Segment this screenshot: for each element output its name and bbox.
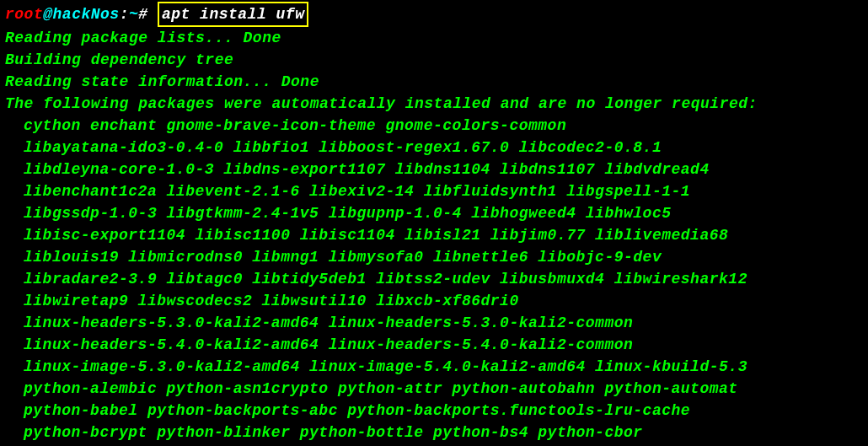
package-line: cython enchant gnome-brave-icon-theme gn… bbox=[5, 115, 863, 137]
command-text: apt install ufw bbox=[162, 6, 305, 23]
package-line: linux-headers-5.3.0-kali2-amd64 linux-he… bbox=[5, 312, 863, 334]
output-line: The following packages were automaticall… bbox=[5, 93, 863, 115]
package-line: python-bcrypt python-blinker python-bott… bbox=[5, 422, 863, 443]
package-line: libenchant1c2a libevent-2.1-6 libexiv2-1… bbox=[5, 180, 863, 202]
package-line: liblouis19 libmicrodns0 libmng1 libmysof… bbox=[5, 246, 863, 268]
prompt-space bbox=[148, 6, 158, 23]
package-line: python-alembic python-asn1crypto python-… bbox=[5, 378, 863, 400]
terminal-prompt-line[interactable]: root@hackNos:~# apt install ufw bbox=[5, 2, 863, 27]
prompt-user: root bbox=[5, 6, 43, 23]
package-line: libayatana-ido3-0.4-0 libbfio1 libboost-… bbox=[5, 137, 863, 159]
package-line: libradare2-3.9 libtagc0 libtidy5deb1 lib… bbox=[5, 268, 863, 290]
package-line: libdleyna-core-1.0-3 libdns-export1107 l… bbox=[5, 159, 863, 180]
prompt-path: ~ bbox=[129, 6, 138, 23]
prompt-at: @ bbox=[43, 6, 52, 23]
package-line: linux-image-5.3.0-kali2-amd64 linux-imag… bbox=[5, 356, 863, 378]
output-line: Reading state information... Done bbox=[5, 71, 863, 93]
output-line: Building dependency tree bbox=[5, 49, 863, 71]
package-line: python-babel python-backports-abc python… bbox=[5, 400, 863, 422]
package-line: linux-headers-5.4.0-kali2-amd64 linux-he… bbox=[5, 334, 863, 356]
prompt-host: hackNos bbox=[53, 6, 120, 23]
prompt-hash: # bbox=[138, 6, 147, 23]
package-line: libisc-export1104 libisc1100 libisc1104 … bbox=[5, 224, 863, 246]
output-line: Reading package lists... Done bbox=[5, 27, 863, 49]
package-line: libgssdp-1.0-3 libgtkmm-2.4-1v5 libgupnp… bbox=[5, 202, 863, 224]
prompt-colon: : bbox=[120, 6, 129, 23]
package-line: libwiretap9 libwscodecs2 libwsutil10 lib… bbox=[5, 290, 863, 312]
command-highlight-box: apt install ufw bbox=[158, 2, 309, 27]
